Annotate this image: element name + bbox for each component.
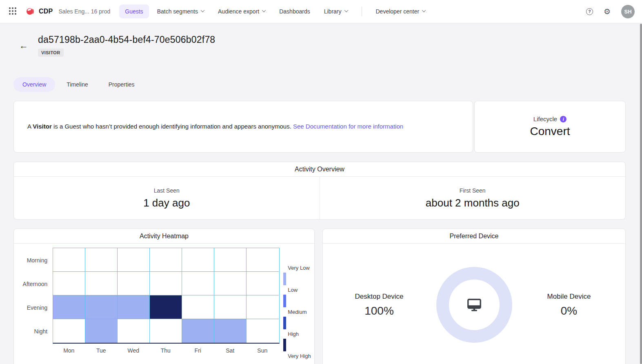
apps-waffle-icon[interactable] (9, 7, 17, 16)
back-arrow-icon[interactable]: ← (18, 40, 29, 51)
heatmap-cell (85, 319, 118, 343)
nav-item-dashboards[interactable]: Dashboards (273, 4, 316, 18)
mobile-device-stat: Mobile Device 0% (536, 293, 602, 317)
heatmap-cell (214, 319, 247, 343)
nav-item-guests[interactable]: Guests (119, 4, 149, 18)
nav-item-library[interactable]: Library (318, 4, 353, 18)
desktop-monitor-icon (467, 299, 481, 311)
chevron-down-icon (262, 8, 266, 12)
heatmap-period-label: Afternoon (14, 272, 53, 296)
heatmap-cell (214, 272, 247, 295)
lifecycle-card: Lifecycle i Convert (474, 101, 626, 153)
visitor-description-card: A Visitor is a Guest who hasn’t provided… (13, 101, 473, 153)
chevron-down-icon (344, 8, 348, 12)
nav-item-batch-segments[interactable]: Batch segments (151, 4, 210, 18)
help-icon[interactable]: ? (586, 8, 593, 15)
first-seen-cell: First Seen about 2 months ago (320, 177, 626, 220)
page-title: da57198b-2aa0-4b54-bef4-70e506b02f78 (38, 34, 215, 45)
desktop-device-label: Desktop Device (355, 293, 403, 301)
heatmap-legend-label: Very Low (288, 265, 312, 271)
heatmap-cell (53, 248, 85, 272)
last-seen-cell: Last Seen 1 day ago (14, 177, 320, 220)
visitor-type-badge: VISITOR (38, 49, 64, 57)
tab-properties[interactable]: Properties (100, 77, 144, 92)
top-navigation: CDP Sales Eng... 16 prod Guests Batch se… (0, 0, 642, 23)
first-seen-value: about 2 months ago (426, 197, 520, 209)
activity-overview-card: Activity Overview Last Seen 1 day ago Fi… (13, 162, 626, 220)
heatmap-cell (247, 295, 279, 319)
activity-heatmap-card: Activity Heatmap MorningAfternoonEvening… (13, 229, 315, 364)
primary-nav: Guests Batch segments Audience export Da… (119, 4, 431, 18)
desktop-device-value: 100% (364, 304, 394, 317)
documentation-link[interactable]: See Documentation for more information (293, 123, 403, 130)
lifecycle-info-icon[interactable]: i (560, 116, 566, 122)
heatmap-day-label: Thu (149, 347, 182, 354)
heatmap-cell (247, 319, 279, 343)
activity-overview-title: Activity Overview (14, 162, 625, 177)
nav-item-audience-export[interactable]: Audience export (212, 4, 271, 18)
heatmap-cell (118, 295, 150, 319)
heatmap-period-label: Evening (14, 296, 53, 320)
heatmap-cell (247, 272, 279, 295)
chevron-down-icon (201, 8, 205, 12)
activity-heatmap-chart: MorningAfternoonEveningNight MonTueWedTh… (14, 244, 314, 359)
heatmap-day-label: Wed (117, 347, 149, 354)
mobile-device-value: 0% (561, 304, 577, 317)
heatmap-cell (118, 319, 150, 343)
vertical-scrollbar[interactable] (640, 24, 642, 364)
settings-gear-icon[interactable]: ⚙ (604, 8, 611, 16)
heatmap-cell (182, 295, 214, 319)
visitor-term: Visitor (33, 123, 51, 130)
brand-logo[interactable]: CDP (25, 7, 53, 16)
heatmap-cell (118, 272, 150, 295)
tab-timeline[interactable]: Timeline (58, 77, 97, 92)
heatmap-cell (182, 272, 214, 295)
heatmap-cell (53, 319, 85, 343)
brand-name: CDP (39, 8, 53, 15)
heatmap-cell (214, 295, 247, 319)
tab-overview[interactable]: Overview (13, 77, 55, 92)
heatmap-cell (53, 295, 85, 319)
activity-heatmap-title: Activity Heatmap (14, 229, 314, 244)
nav-right-cluster: ? ⚙ SH (586, 5, 635, 18)
cdp-logo-icon (25, 7, 35, 16)
last-seen-label: Last Seen (154, 187, 180, 194)
heatmap-legend-bar (283, 295, 286, 307)
lifecycle-value: Convert (530, 125, 570, 138)
nav-item-developer-center[interactable]: Developer center (370, 4, 431, 18)
heatmap-legend-bar (283, 273, 286, 285)
heatmap-cell (85, 272, 118, 295)
heatmap-legend-bar (283, 317, 286, 329)
heatmap-day-labels: MonTueWedThuFriSatSun (53, 347, 280, 354)
lifecycle-label: Lifecycle i (533, 115, 566, 122)
nav-divider (362, 7, 362, 16)
heatmap-cell (53, 272, 85, 295)
environment-label: Sales Eng... 16 prod (58, 8, 110, 15)
heatmap-legend-bar (283, 339, 286, 351)
heatmap-cell (182, 248, 214, 272)
device-donut-chart (436, 267, 512, 343)
mobile-device-label: Mobile Device (547, 293, 591, 301)
chevron-down-icon (422, 8, 426, 12)
heatmap-cell (118, 248, 150, 272)
heatmap-day-label: Mon (53, 347, 85, 354)
heatmap-cell (150, 319, 182, 343)
heatmap-day-label: Sat (214, 347, 246, 354)
heatmap-cell (150, 248, 182, 272)
heatmap-grid (53, 248, 280, 344)
heatmap-cell (214, 248, 247, 272)
heatmap-day-label: Sun (246, 347, 278, 354)
last-seen-value: 1 day ago (143, 197, 190, 209)
heatmap-cell (182, 319, 214, 343)
user-avatar[interactable]: SH (621, 5, 635, 18)
heatmap-legend-label: Very High (288, 353, 312, 359)
heatmap-cell (85, 248, 118, 272)
desktop-device-stat: Desktop Device 100% (347, 293, 412, 317)
main-content: ← da57198b-2aa0-4b54-bef4-70e506b02f78 V… (0, 23, 642, 364)
heatmap-cell (150, 295, 182, 319)
heatmap-period-label: Morning (14, 249, 53, 272)
heatmap-legend: Very LowLowMediumHighVery High (280, 265, 312, 359)
heatmap-legend-label: Medium (288, 309, 312, 315)
heatmap-legend-label: High (288, 331, 312, 337)
heatmap-period-label: Night (14, 320, 53, 343)
